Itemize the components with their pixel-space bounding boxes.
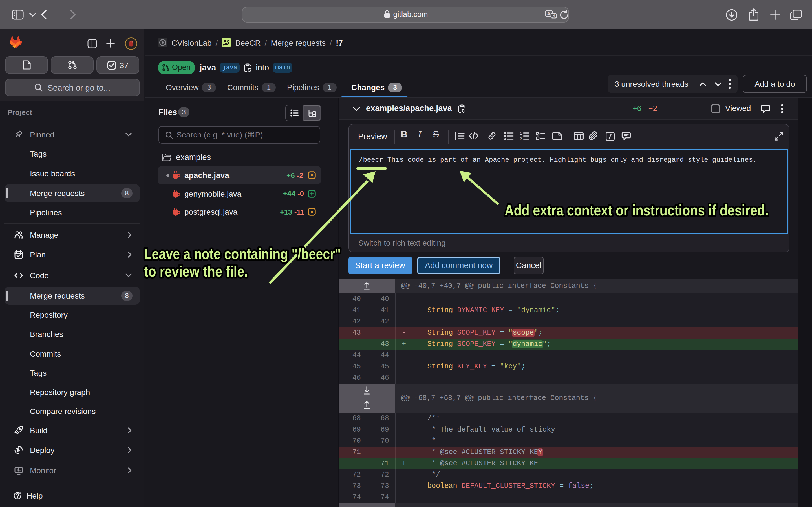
svg-text:1: 1 <box>520 131 522 135</box>
svg-text:A: A <box>547 11 550 17</box>
svg-text:文: 文 <box>552 13 556 18</box>
svg-text:2: 2 <box>520 136 522 140</box>
